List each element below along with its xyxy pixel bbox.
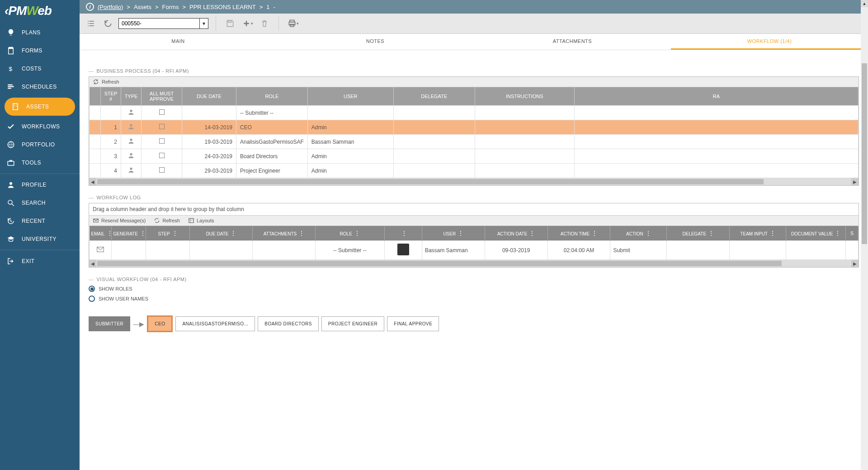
refresh-icon[interactable] <box>93 79 99 85</box>
col-actiondate[interactable]: ACTION DATE⋮ <box>485 226 547 241</box>
vw-section-header: VISUAL WORKFLOW (04 - RFI APM) <box>89 277 859 282</box>
list-icon[interactable] <box>84 17 98 30</box>
email-icon[interactable] <box>90 241 112 260</box>
radio-show-roles[interactable]: SHOW ROLES <box>89 286 859 292</box>
checkbox[interactable] <box>159 109 165 115</box>
col-due[interactable]: DUE DATE⋮ <box>190 226 253 241</box>
breadcrumb-portfolio[interactable]: (Portfolio) <box>98 4 123 10</box>
col-attach[interactable]: ATTACHMENTS⋮ <box>252 226 315 241</box>
bp-refresh-label[interactable]: Refresh <box>102 79 119 85</box>
checkbox[interactable] <box>159 153 165 158</box>
col-img[interactable]: ⋮ <box>384 226 422 241</box>
wl-resend[interactable]: Resend Message(s) <box>93 217 146 224</box>
breadcrumb-assets[interactable]: Assets <box>134 4 151 10</box>
svg-point-12 <box>9 182 12 185</box>
save-icon[interactable] <box>223 17 237 30</box>
add-icon[interactable]: ▾ <box>241 17 254 30</box>
col-actiontime[interactable]: ACTION TIME⋮ <box>547 226 610 241</box>
table-row[interactable]: 114-03-2019CEOAdmin <box>90 120 859 135</box>
svg-point-19 <box>130 110 132 112</box>
col-generate[interactable]: GENERATE⋮ <box>111 226 146 241</box>
sidebar-item-tools[interactable]: TOOLS <box>0 154 80 172</box>
col-s[interactable]: S <box>846 226 859 241</box>
svg-rect-3 <box>8 88 11 89</box>
sidebar-item-label: SCHEDULES <box>22 84 57 90</box>
table-row[interactable]: -- Submitter -- <box>90 106 859 120</box>
sidebar-item-label: PLANS <box>22 29 41 36</box>
record-selector[interactable]: ▾ <box>118 18 208 29</box>
wl-panel: Drag a column header and drop it here to… <box>89 203 859 268</box>
tab-main[interactable]: MAIN <box>80 34 277 50</box>
sidebar-item-schedules[interactable]: SCHEDULES <box>0 78 80 96</box>
tab-workflow[interactable]: WORKFLOW (1/4) <box>671 34 868 50</box>
chevron-down-icon[interactable]: ▾ <box>200 18 208 29</box>
col-user[interactable]: USER⋮ <box>422 226 485 241</box>
svg-rect-5 <box>14 105 15 106</box>
col-doc[interactable]: DOCUMENT VALUE⋮ <box>786 226 846 241</box>
sidebar-item-portfolio[interactable]: PORTFOLIO <box>0 136 80 154</box>
col-ra[interactable]: RA <box>574 87 858 106</box>
wl-table: EMAIL⋮ GENERATE⋮ STEP⋮ DUE DATE⋮ ATTACHM… <box>89 226 859 260</box>
wl-layouts[interactable]: Layouts <box>188 217 214 224</box>
col-role[interactable]: ROLE <box>236 87 308 106</box>
sidebar-item-label: COSTS <box>22 66 42 72</box>
flow-analisis[interactable]: ANALISISGASTOPERMISO... <box>175 316 255 331</box>
sidebar-item-plans[interactable]: PLANS <box>0 24 80 42</box>
history-icon[interactable] <box>101 17 115 30</box>
sidebar-item-exit[interactable]: EXIT <box>0 252 80 270</box>
breadcrumb-forms[interactable]: Forms <box>162 4 179 10</box>
right-scrollbar[interactable]: ▲ <box>861 0 868 470</box>
table-row[interactable]: 324-03-2019Board DirectorsAdmin <box>90 149 859 164</box>
col-allmust[interactable]: ALL MUST APPROVE <box>142 87 182 106</box>
sidebar-item-forms[interactable]: FORMS <box>0 42 80 60</box>
col-delegate[interactable]: DELEGATE⋮ <box>667 226 730 241</box>
sidebar-item-recent[interactable]: RECENT <box>0 212 80 230</box>
wl-group-hint[interactable]: Drag a column header and drop it here to… <box>89 203 859 216</box>
flow-board[interactable]: BOARD DIRECTORS <box>258 316 319 331</box>
col-due[interactable]: DUE DATE <box>182 87 236 106</box>
info-icon[interactable]: i <box>86 3 94 11</box>
sidebar-item-university[interactable]: UNIVERSITY <box>0 230 80 248</box>
breadcrumb-num[interactable]: 1 <box>266 4 269 10</box>
col-step[interactable]: STEP⋮ <box>146 226 189 241</box>
sidebar-item-search[interactable]: SEARCH <box>0 194 80 212</box>
print-icon[interactable]: ▾ <box>286 17 300 30</box>
tab-attachments[interactable]: ATTACHMENTS <box>474 34 671 50</box>
col-team[interactable]: TEAM INPUT⋮ <box>730 226 786 241</box>
col-role[interactable]: ROLE⋮ <box>315 226 384 241</box>
col-action[interactable]: ACTION⋮ <box>610 226 667 241</box>
radio-show-users[interactable]: SHOW USER NAMES <box>89 296 859 302</box>
checkbox[interactable] <box>159 124 165 129</box>
col-user[interactable]: USER <box>307 87 393 106</box>
col-email[interactable]: EMAIL⋮ <box>90 226 112 241</box>
tab-notes[interactable]: NOTES <box>277 34 474 50</box>
table-row[interactable]: 219-03-2019AnalisisGastoPermisoSAFBassam… <box>90 135 859 149</box>
checkbox[interactable] <box>159 167 165 173</box>
col-instructions[interactable]: INSTRUCTIONS <box>475 87 574 106</box>
flow-proj[interactable]: PROJECT ENGINEER <box>321 316 385 331</box>
person-icon <box>127 140 135 146</box>
checkbox[interactable] <box>159 138 165 144</box>
wl-action: Submit <box>610 241 667 260</box>
bp-hscroll[interactable]: ◀▶ <box>89 178 859 185</box>
sidebar-item-costs[interactable]: $COSTS <box>0 60 80 78</box>
delete-icon[interactable] <box>258 17 271 30</box>
sidebar-item-profile[interactable]: PROFILE <box>0 176 80 194</box>
sidebar-item-workflows[interactable]: WORKFLOWS <box>0 118 80 136</box>
wl-row[interactable]: -- Submitter -- Bassam Samman 09-03-2019… <box>90 241 859 260</box>
nav-divider <box>0 174 80 174</box>
record-input[interactable] <box>118 18 200 29</box>
flow-final[interactable]: FINAL APPROVE <box>387 316 439 331</box>
breadcrumb-type[interactable]: PPR LESSONS LEARNT <box>189 4 256 10</box>
nav-divider <box>0 250 80 250</box>
sidebar-item-assets[interactable]: ASSETS <box>5 98 75 116</box>
col-type[interactable]: TYPE <box>121 87 142 106</box>
col-step[interactable]: STEP # <box>101 87 121 106</box>
wl-refresh[interactable]: Refresh <box>154 217 180 224</box>
col-delegate[interactable]: DELEGATE <box>393 87 475 106</box>
svg-line-14 <box>12 204 14 206</box>
flow-ceo[interactable]: CEO <box>147 315 173 332</box>
flow-submitter[interactable]: SUBMITTER <box>89 316 130 331</box>
wl-hscroll[interactable]: ◀▶ <box>89 260 859 267</box>
table-row[interactable]: 429-03-2019Project EngineerAdmin <box>90 164 859 178</box>
